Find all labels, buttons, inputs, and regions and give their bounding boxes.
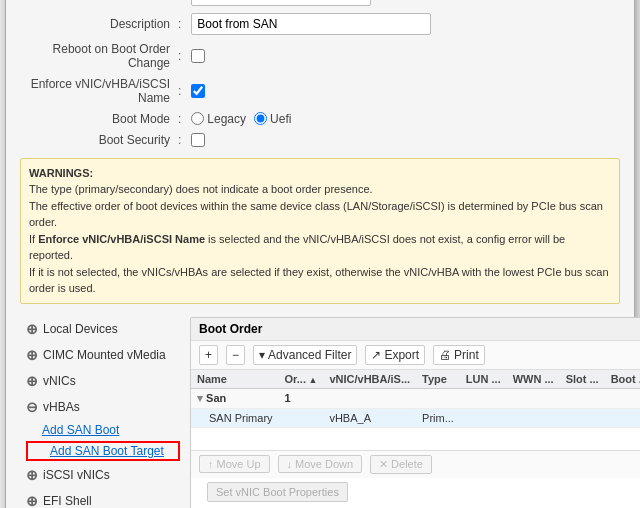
boot-mode-legacy-radio[interactable] — [191, 112, 204, 125]
description-row: Description : — [20, 13, 620, 35]
col-name: Name — [191, 370, 279, 389]
table-row-san-primary[interactable]: SAN Primary vHBA_A Prim... — [191, 408, 640, 427]
plus-icon-iscsi: ⊕ — [26, 467, 38, 483]
create-boot-policy-dialog: Create Boot Policy ? ✕ Name : Descriptio… — [5, 0, 635, 508]
cimc-mounted-label: CIMC Mounted vMedia — [43, 348, 166, 362]
col-boot1: Boot ... — [605, 370, 640, 389]
name-input[interactable] — [191, 0, 371, 6]
boot-order-header: Boot Order — [191, 318, 640, 341]
boot-order-table-container: Name Or... vNIC/vHBA/iS... Type LUN ... … — [191, 370, 640, 450]
move-up-btn[interactable]: ↑ Move Up — [199, 455, 270, 473]
plus-icon-vnics: ⊕ — [26, 373, 38, 389]
cell-san-lun — [460, 388, 507, 408]
name-colon: : — [178, 0, 181, 2]
cell-primary-boot1 — [605, 408, 640, 427]
boot-security-row: Boot Security : — [20, 133, 620, 147]
reboot-checkbox[interactable] — [191, 49, 205, 63]
bottom-toolbar: ↑ Move Up ↓ Move Down ✕ Delete — [191, 450, 640, 478]
sidebar-item-vhbas[interactable]: ⊖ vHBAs — [20, 395, 180, 419]
boot-security-checkbox[interactable] — [191, 133, 205, 147]
add-boot-btn[interactable]: + — [199, 345, 218, 365]
advanced-filter-btn[interactable]: ▾ Advanced Filter — [253, 345, 357, 365]
row-expand-arrow: ▾ — [197, 392, 203, 404]
delete-label: Delete — [391, 458, 423, 470]
col-wwn: WWN ... — [507, 370, 560, 389]
table-row-san[interactable]: ▾ San 1 — [191, 388, 640, 408]
warning-line2: The effective order of boot devices with… — [29, 200, 603, 229]
boot-mode-label: Boot Mode — [20, 112, 170, 126]
boot-mode-uefi-radio[interactable] — [254, 112, 267, 125]
set-properties-btn[interactable]: Set vNIC Boot Properties — [207, 482, 348, 502]
move-down-btn[interactable]: ↓ Move Down — [278, 455, 363, 473]
vhbas-label: vHBAs — [43, 400, 80, 414]
cell-san-vnic — [323, 388, 416, 408]
enforce-checkbox[interactable] — [191, 84, 205, 98]
move-down-label: Move Down — [295, 458, 353, 470]
boot-security-colon: : — [178, 133, 181, 147]
cell-primary-slot — [560, 408, 605, 427]
enforce-label: Enforce vNIC/vHBA/iSCSI Name — [20, 77, 170, 105]
add-san-boot-target-link[interactable]: Add SAN Boot Target — [26, 441, 180, 461]
cell-primary-wwn — [507, 408, 560, 427]
efi-shell-label: EFI Shell — [43, 494, 92, 508]
warning-line4: If it is not selected, the vNICs/vHBAs a… — [29, 266, 609, 295]
enforce-checkbox-wrapper — [191, 84, 205, 98]
cell-san-slot — [560, 388, 605, 408]
enforce-row: Enforce vNIC/vHBA/iSCSI Name : — [20, 77, 620, 105]
reboot-checkbox-wrapper — [191, 49, 205, 63]
col-vnic: vNIC/vHBA/iS... — [323, 370, 416, 389]
delete-btn[interactable]: ✕ Delete — [370, 455, 432, 474]
print-label: Print — [454, 348, 479, 362]
cell-san-name: ▾ San — [191, 388, 279, 408]
sidebar-item-local-devices[interactable]: ⊕ Local Devices — [20, 317, 180, 341]
cell-primary-lun — [460, 408, 507, 427]
dialog-body: Name : Description : Reboot on Boot Orde… — [6, 0, 634, 508]
warning-line1: The type (primary/secondary) does not in… — [29, 183, 373, 195]
boot-mode-uefi-label: Uefi — [270, 112, 291, 126]
boot-mode-legacy-option[interactable]: Legacy — [191, 112, 246, 126]
print-btn[interactable]: 🖨 Print — [433, 345, 485, 365]
name-label: Name — [20, 0, 170, 2]
description-input[interactable] — [191, 13, 431, 35]
boot-mode-uefi-option[interactable]: Uefi — [254, 112, 291, 126]
cell-primary-type: Prim... — [416, 408, 460, 427]
name-row: Name : — [20, 0, 620, 6]
iscsi-vnics-label: iSCSI vNICs — [43, 468, 110, 482]
enforce-colon: : — [178, 84, 181, 98]
advanced-filter-label: Advanced Filter — [268, 348, 351, 362]
delete-icon: ✕ — [379, 458, 388, 471]
sidebar-item-efi-shell[interactable]: ⊕ EFI Shell — [20, 489, 180, 509]
boot-security-checkbox-wrapper — [191, 133, 205, 147]
warnings-title: WARNINGS: — [29, 167, 93, 179]
sidebar-item-cimc-mounted[interactable]: ⊕ CIMC Mounted vMedia — [20, 343, 180, 367]
col-order[interactable]: Or... — [279, 370, 324, 389]
sidebar-item-iscsi-vnics[interactable]: ⊕ iSCSI vNICs — [20, 463, 180, 487]
export-icon: ↗ — [371, 348, 381, 362]
filter-icon: ▾ — [259, 348, 265, 362]
left-panel: ⊕ Local Devices ⊕ CIMC Mounted vMedia ⊕ … — [20, 317, 180, 509]
cell-san-type — [416, 388, 460, 408]
reboot-row: Reboot on Boot Order Change : — [20, 42, 620, 70]
plus-icon-local: ⊕ — [26, 321, 38, 337]
set-properties-label: Set vNIC Boot Properties — [216, 486, 339, 498]
move-down-icon: ↓ — [287, 458, 293, 470]
export-btn[interactable]: ↗ Export — [365, 345, 425, 365]
sidebar-item-vnics[interactable]: ⊕ vNICs — [20, 369, 180, 393]
cell-san-boot1 — [605, 388, 640, 408]
boot-mode-radio-group: Legacy Uefi — [191, 112, 291, 126]
plus-icon-cimc: ⊕ — [26, 347, 38, 363]
export-label: Export — [384, 348, 419, 362]
plus-icon-efi: ⊕ — [26, 493, 38, 509]
cell-primary-name: SAN Primary — [191, 408, 279, 427]
remove-boot-btn[interactable]: − — [226, 345, 245, 365]
boot-order-toolbar: + − ▾ Advanced Filter ↗ Export 🖨 Print ⚙ — [191, 341, 640, 370]
boot-order-title: Boot Order — [199, 322, 262, 336]
move-up-label: Move Up — [217, 458, 261, 470]
warnings-section: WARNINGS: The type (primary/secondary) d… — [20, 158, 620, 304]
boot-security-label: Boot Security — [20, 133, 170, 147]
cell-san-wwn — [507, 388, 560, 408]
description-label: Description — [20, 17, 170, 31]
minus-icon-vhbas: ⊖ — [26, 399, 38, 415]
cell-primary-order — [279, 408, 324, 427]
add-san-boot-link[interactable]: Add SAN Boot — [20, 421, 180, 439]
